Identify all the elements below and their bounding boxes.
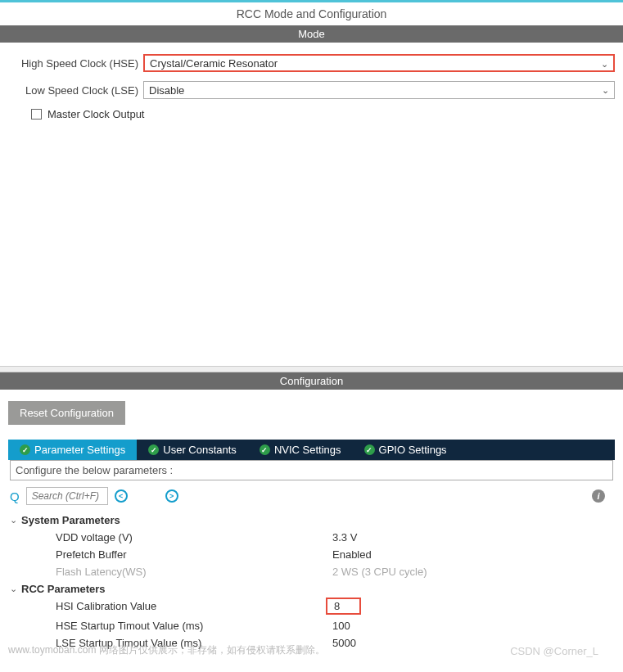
tab-bar: ✓ Parameter Settings ✓ User Constants ✓ … xyxy=(8,440,615,460)
check-icon: ✓ xyxy=(260,444,270,455)
tree-item[interactable]: VDD voltage (V) 3.3 V xyxy=(10,529,613,546)
search-icon[interactable]: Q xyxy=(10,489,20,503)
tree-item[interactable]: Prefetch Buffer Enabled xyxy=(10,546,613,563)
hse-select[interactable]: Crystal/Ceramic Resonator ⌄ xyxy=(143,54,615,72)
tree-item[interactable]: HSE Startup Timout Value (ms) 100 xyxy=(10,617,613,634)
check-icon: ✓ xyxy=(364,444,375,455)
mode-panel: High Speed Clock (HSE) Crystal/Ceramic R… xyxy=(0,43,623,366)
hsi-value-highlight: 8 xyxy=(326,598,361,615)
info-icon[interactable]: i xyxy=(592,489,605,503)
watermark-left: www.toymoban.com 网络图片仅供展示，非存储，如有侵权请联系删除。 xyxy=(8,643,325,657)
nav-next-button[interactable]: > xyxy=(165,489,178,503)
lse-select[interactable]: Disable ⌄ xyxy=(143,81,615,99)
page-title: RCC Mode and Configuration xyxy=(0,2,623,25)
tab-gpio-settings[interactable]: ✓ GPIO Settings xyxy=(353,440,458,460)
config-subtitle: Configure the below parameters : xyxy=(10,460,613,480)
search-input[interactable] xyxy=(26,487,108,505)
chevron-down-icon: ⌄ xyxy=(10,515,21,525)
mode-header: Mode xyxy=(0,25,623,43)
tree-item: Flash Latency(WS) 2 WS (3 CPU cycle) xyxy=(10,563,613,580)
parameter-tree: ⌄ System Parameters VDD voltage (V) 3.3 … xyxy=(8,512,615,652)
check-icon: ✓ xyxy=(148,444,159,455)
check-icon: ✓ xyxy=(20,444,30,455)
master-clock-label: Master Clock Output xyxy=(47,108,145,120)
hse-value: Crystal/Ceramic Resonator xyxy=(150,57,278,70)
chevron-down-icon: ⌄ xyxy=(601,59,608,70)
nav-prev-button[interactable]: < xyxy=(115,489,128,503)
lse-label: Low Speed Clock (LSE) xyxy=(8,84,143,97)
watermark-right: CSDN @Corner_L xyxy=(510,645,598,657)
chevron-down-icon: ⌄ xyxy=(10,584,21,594)
reset-config-button[interactable]: Reset Configuration xyxy=(8,401,125,425)
tree-item[interactable]: HSI Calibration Value 8 xyxy=(10,598,613,617)
tab-nvic-settings[interactable]: ✓ NVIC Settings xyxy=(248,440,353,460)
tab-parameter-settings[interactable]: ✓ Parameter Settings xyxy=(8,440,137,460)
hse-label: High Speed Clock (HSE) xyxy=(8,57,143,70)
config-header: Configuration xyxy=(0,372,623,390)
master-clock-checkbox[interactable] xyxy=(31,109,42,120)
chevron-down-icon: ⌄ xyxy=(602,85,609,96)
tab-user-constants[interactable]: ✓ User Constants xyxy=(137,440,248,460)
tree-group-rcc[interactable]: ⌄ RCC Parameters xyxy=(10,580,613,598)
tree-group-system[interactable]: ⌄ System Parameters xyxy=(10,512,613,529)
lse-value: Disable xyxy=(149,84,184,97)
